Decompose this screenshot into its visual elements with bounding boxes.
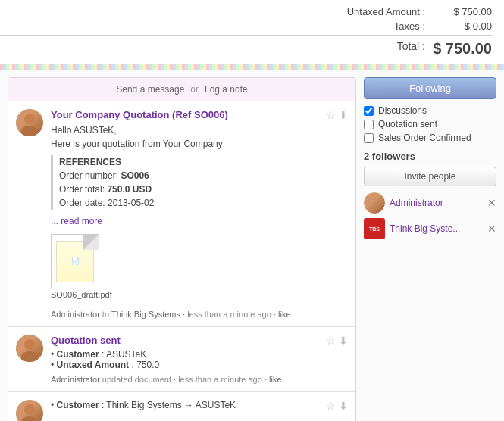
untaxed-value: $ 750.00 [431,6,492,17]
invite-people-button[interactable]: Invite people [364,167,496,186]
attachment: 📄 SO006_draft.pdf [51,234,112,299]
read-more-link[interactable]: ... read more [51,216,102,226]
author-link[interactable]: Administrator [51,375,100,384]
sub-message: • Customer : Think Big Systems → ASUSTeK [51,400,320,410]
body-intro: Here is your quotation from Your Company… [51,137,348,151]
avatar [16,335,43,362]
star-icon[interactable]: ☆ [326,109,336,121]
ref-order-total: Order total: 750.0 USD [59,182,348,196]
log-note-link[interactable]: Log a note [205,84,248,95]
followers-section: 2 followers Invite people Administrator … [364,151,496,239]
like-link[interactable]: like [269,375,282,384]
follower-name: Administrator [390,198,483,208]
checkbox-item-discussions: Discussions [364,105,496,116]
summary-section: Untaxed Amount : $ 750.00 Taxes : $ 0.00… [0,0,504,64]
author-link[interactable]: Administrator [51,310,100,319]
ref-order-date: Order date: 2013-05-02 [59,196,348,210]
avatar [16,400,43,421]
references-box: REFERENCES Order number: SO006 Order tot… [51,155,348,210]
right-panel: Following Discussions Quotation sent Sal… [364,77,496,421]
sales-order-checkbox[interactable] [364,133,374,143]
checkbox-item-quotation-sent: Quotation sent [364,119,496,129]
or-separator: or [190,84,199,95]
follower-avatar [364,192,385,214]
total-value: $ 750.00 [431,40,492,58]
tbs-avatar: TBS [364,218,385,239]
discussions-checkbox[interactable] [364,106,374,116]
quotation-sent-label: Quotation sent [378,119,437,129]
checkbox-item-sales-order: Sales Order Confirmed [364,133,496,143]
timestamp: less than a minute ago [187,310,271,319]
followers-title: 2 followers [364,151,496,162]
messages-panel: Send a message or Log a note Your Compan… [8,77,356,421]
quotation-sent-checkbox[interactable] [364,120,374,129]
download-icon[interactable]: ⬇ [339,109,348,121]
untaxed-label: Untaxed Amount : [347,6,425,17]
ref-title: REFERENCES [59,155,348,169]
message-item: • Customer : Think Big Systems → ASUSTeK… [8,392,355,421]
message-title: Quotation sent [51,335,121,346]
remove-follower-icon[interactable]: ✕ [487,197,496,209]
remove-follower-icon[interactable]: ✕ [487,223,496,235]
message-meta: Administrator updated document · less th… [51,375,348,384]
message-content: • Customer : Think Big Systems → ASUSTeK [51,400,320,421]
follower-item-tbs: TBS Think Big Syste... ✕ [364,218,496,239]
body-greeting: Hello ASUSTeK, [51,123,348,137]
message-item: Quotation sent ☆ ⬇ • Customer : ASUSTeK … [8,327,355,392]
following-button[interactable]: Following [364,77,496,99]
message-item: Your Company Quotation (Ref SO006) ☆ ⬇ H… [8,101,355,327]
follower-name: Think Big Syste... [390,223,483,234]
separator [0,64,504,70]
avatar [16,109,43,136]
message-meta: Administrator to Think Big Systems · les… [51,310,348,319]
total-label: Total : [397,40,425,58]
attachment-name[interactable]: SO006_draft.pdf [51,290,112,299]
taxes-value: $ 0.00 [431,20,492,32]
star-icon[interactable]: ☆ [326,335,336,347]
discussions-label: Discussions [378,105,427,116]
follower-item-admin: Administrator ✕ [364,192,496,214]
main-area: Send a message or Log a note Your Compan… [0,70,504,421]
like-link[interactable]: like [278,310,291,319]
timestamp: less than a minute ago [178,375,262,384]
checkbox-list: Discussions Quotation sent Sales Order C… [364,105,496,143]
download-icon[interactable]: ⬇ [339,400,348,421]
ref-order-number: Order number: SO006 [59,169,348,182]
message-content: Quotation sent ☆ ⬇ • Customer : ASUSTeK … [51,335,348,384]
star-icon[interactable]: ☆ [326,400,336,421]
send-message-link[interactable]: Send a message [116,84,184,95]
taxes-label: Taxes : [394,20,425,32]
sales-order-label: Sales Order Confirmed [378,133,471,143]
recipient-link[interactable]: Think Big Systems [111,310,180,319]
message-content: Your Company Quotation (Ref SO006) ☆ ⬇ H… [51,109,348,319]
message-actions-bar: Send a message or Log a note [8,78,355,101]
download-icon[interactable]: ⬇ [339,335,348,347]
message-title: Your Company Quotation (Ref SO006) [51,109,228,120]
sub-message: • Customer : ASUSTeK • Untaxed Amount : … [51,349,348,370]
